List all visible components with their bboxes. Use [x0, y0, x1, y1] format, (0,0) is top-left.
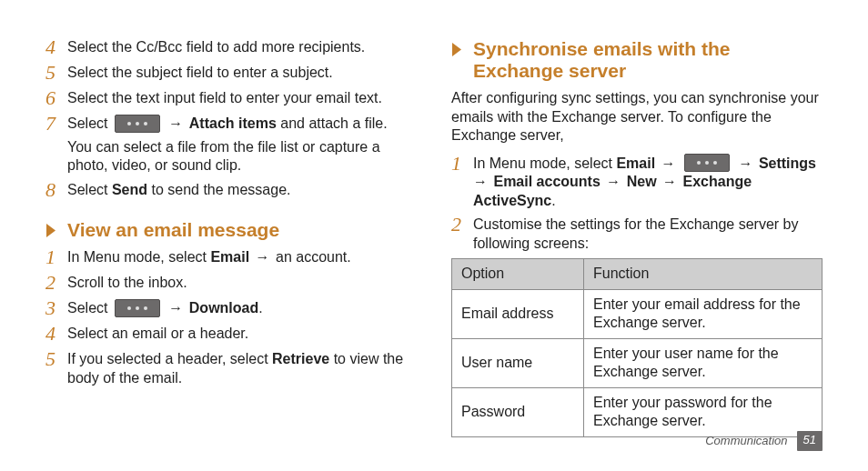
table-row: User name Enter your user name for the E…: [452, 338, 823, 387]
chevron-right-icon: [451, 38, 473, 57]
right-column: Synchronise emails with the Exchange ser…: [451, 38, 823, 437]
step-4: 4 Select the Cc/Bcc field to add more re…: [45, 38, 417, 58]
arrow-icon: →: [657, 174, 683, 189]
heading-view-email: View an email message: [45, 219, 417, 241]
step-number: 8: [45, 180, 67, 200]
table-header-function: Function: [584, 259, 823, 289]
more-dots-icon: [115, 299, 160, 317]
step-text: Select → Attach items and attach a file.: [67, 115, 417, 134]
bold-label: Attach items: [189, 115, 277, 131]
arrow-icon: →: [601, 174, 627, 189]
table-cell-function: Enter your user name for the Exchange se…: [584, 338, 823, 387]
step-number: 2: [451, 215, 473, 235]
step-number: 6: [45, 88, 67, 108]
step-text: Select the subject field to enter a subj…: [67, 64, 417, 82]
step-5: 5 Select the subject field to enter a su…: [45, 64, 417, 84]
heading-text: Synchronise emails with the Exchange ser…: [473, 38, 823, 82]
table-cell-option: User name: [452, 338, 584, 387]
table-cell-function: Enter your password for the Exchange ser…: [584, 387, 823, 436]
heading-text: View an email message: [67, 219, 279, 241]
heading-sync-emails: Synchronise emails with the Exchange ser…: [451, 38, 823, 82]
table-row: Password Enter your password for the Exc…: [452, 387, 823, 436]
step-text: If you selected a header, select Retriev…: [67, 350, 417, 387]
table-cell-option: Password: [452, 387, 584, 436]
step-6: 6 Select the text input field to enter y…: [45, 89, 417, 109]
more-dots-icon: [684, 154, 730, 172]
arrow-icon: →: [163, 115, 189, 131]
step-number: 5: [45, 63, 67, 83]
bold-label: Settings: [759, 155, 816, 171]
step-text: Select Send to send the message.: [67, 181, 417, 199]
page-container: 4 Select the Cc/Bcc field to add more re…: [0, 0, 868, 471]
view-step-1: 1 In Menu mode, select Email → an accoun…: [45, 248, 417, 268]
step-number: 1: [451, 154, 473, 174]
bold-label: New: [627, 174, 657, 189]
text-fragment: Select: [67, 300, 112, 316]
step-number: 3: [45, 298, 67, 318]
text-fragment: .: [258, 300, 262, 316]
page-footer: Communication 51: [705, 431, 823, 451]
table-header-option: Option: [452, 259, 584, 289]
exchange-options-table: Option Function Email address Enter your…: [451, 258, 823, 436]
text-fragment: an account.: [276, 249, 351, 265]
sync-step-2: 2 Customise the settings for the Exchang…: [451, 215, 823, 253]
step-number: 2: [45, 273, 67, 293]
bold-label: Email: [210, 249, 249, 265]
bold-label: Email accounts: [493, 174, 600, 189]
bold-label: Download: [189, 300, 258, 316]
step-7: 7 Select → Attach items and attach a fil…: [45, 115, 417, 135]
arrow-icon: →: [732, 155, 759, 171]
step-text: Select the text input field to enter you…: [67, 89, 417, 107]
table-row: Email address Enter your email address f…: [452, 289, 823, 338]
table-cell-function: Enter your email address for the Exchang…: [584, 289, 823, 338]
text-fragment: to send the message.: [147, 182, 290, 197]
columns: 4 Select the Cc/Bcc field to add more re…: [45, 38, 823, 437]
step-text: Select the Cc/Bcc field to add more reci…: [67, 38, 417, 56]
step-7-note: You can select a file from the file list…: [67, 138, 417, 175]
view-step-5: 5 If you selected a header, select Retri…: [45, 350, 417, 387]
arrow-icon: →: [655, 155, 681, 171]
step-8: 8 Select Send to send the message.: [45, 181, 417, 201]
step-text: Select an email or a header.: [67, 325, 417, 343]
sync-step-1: 1 In Menu mode, select Email → → Setting…: [451, 155, 823, 211]
left-column: 4 Select the Cc/Bcc field to add more re…: [45, 38, 417, 437]
step-number: 4: [45, 324, 67, 344]
bold-label: Send: [112, 182, 147, 197]
page-number-badge: 51: [797, 431, 823, 451]
more-dots-icon: [115, 115, 160, 133]
step-text: In Menu mode, select Email → an account.: [67, 248, 417, 266]
text-fragment: Select: [67, 182, 112, 197]
bold-label: Retrieve: [272, 351, 329, 366]
view-step-2: 2 Scroll to the inbox.: [45, 274, 417, 294]
text-fragment: .: [551, 193, 555, 208]
step-text: Scroll to the inbox.: [67, 274, 417, 292]
footer-section-name: Communication: [705, 434, 787, 449]
text-fragment: In Menu mode, select: [67, 249, 210, 265]
chevron-right-icon: [45, 219, 67, 238]
step-text: Customise the settings for the Exchange …: [473, 215, 823, 253]
step-number: 7: [45, 114, 67, 134]
step-number: 4: [45, 37, 67, 57]
table-cell-option: Email address: [452, 289, 584, 338]
bold-label: Email: [616, 155, 655, 171]
step-number: 5: [45, 349, 67, 369]
text-fragment: and attach a file.: [277, 115, 388, 131]
text-fragment: Select: [67, 115, 112, 131]
step-number: 1: [45, 247, 67, 267]
arrow-icon: →: [163, 300, 189, 316]
text-fragment: If you selected a header, select: [67, 351, 272, 366]
sync-intro-text: After configuring sync settings, you can…: [451, 89, 823, 145]
arrow-icon: →: [249, 249, 276, 265]
view-step-4: 4 Select an email or a header.: [45, 325, 417, 345]
text-fragment: In Menu mode, select: [473, 155, 616, 171]
step-text: Select → Download.: [67, 299, 417, 318]
view-step-3: 3 Select → Download.: [45, 299, 417, 319]
step-text: In Menu mode, select Email → → Settings …: [473, 155, 823, 211]
table-header-row: Option Function: [452, 259, 823, 289]
